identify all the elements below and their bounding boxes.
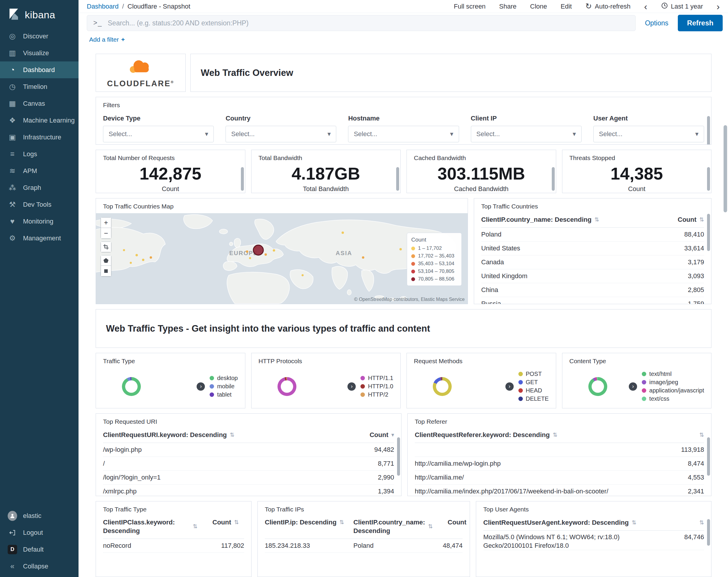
map-bubble-poland[interactable] — [253, 245, 263, 255]
search-input[interactable] — [87, 15, 635, 31]
column-header-country[interactable]: ClientIP.country_name: Descending⇅ — [354, 518, 433, 535]
time-forward-button[interactable]: › — [717, 2, 720, 11]
client-ip-select[interactable]: Select...▾ — [471, 126, 581, 142]
legend-item[interactable]: mobile — [210, 383, 238, 390]
full-screen-button[interactable]: Full screen — [454, 3, 486, 10]
column-header-count[interactable]: ⇅ — [663, 519, 704, 527]
scrollbar-thumb[interactable] — [397, 437, 400, 476]
zoom-out-button[interactable]: − — [101, 228, 111, 239]
country-select[interactable]: Select...▾ — [226, 126, 336, 142]
legend-item[interactable]: HEAD — [518, 387, 549, 394]
sidebar-item-elastic-user[interactable]: elastic — [0, 507, 79, 524]
column-header-referer[interactable]: ClientRequestReferer.keyword: Descending… — [415, 431, 654, 440]
sidebar-item-apm[interactable]: ≋APM — [0, 162, 79, 179]
sidebar-item-logout[interactable]: Logout — [0, 524, 79, 541]
scrollbar-thumb[interactable] — [552, 167, 555, 191]
table-cell: /wp-login.php — [103, 446, 344, 454]
legend-item[interactable]: HTTP/1.0 — [361, 383, 393, 390]
content-type-donut-chart[interactable] — [588, 377, 607, 396]
sidebar-item-label: Logout — [23, 529, 43, 536]
breadcrumb-dashboard-link[interactable]: Dashboard — [87, 3, 119, 10]
scrollbar-thumb[interactable] — [707, 519, 710, 546]
column-header-client-ip[interactable]: ClientIP.ip: Descending⇅ — [265, 518, 354, 527]
legend-item[interactable]: DELETE — [518, 395, 549, 402]
kibana-logo[interactable]: kibana — [0, 0, 79, 28]
map-canvas[interactable]: EUROPE ASIA — [96, 213, 468, 304]
hostname-select[interactable]: Select...▾ — [348, 126, 459, 142]
legend-item[interactable]: HTTP/2 — [361, 391, 393, 398]
chevron-down-icon: ▾ — [695, 130, 699, 138]
sidebar-item-dashboard[interactable]: ◔Dashboard — [0, 61, 79, 78]
legend-item[interactable]: POST — [518, 371, 549, 377]
column-header-count[interactable]: Count⇅ — [433, 518, 470, 527]
add-filter-link[interactable]: Add a filter+ — [89, 36, 125, 43]
edit-button[interactable]: Edit — [561, 3, 572, 10]
legend-expand-button[interactable]: › — [629, 382, 637, 391]
scrollbar-thumb[interactable] — [707, 116, 710, 145]
legend-item[interactable]: application/javascript — [642, 387, 704, 394]
legend-expand-button[interactable]: › — [505, 382, 514, 391]
crop-tool-button[interactable] — [101, 242, 111, 252]
sidebar-item-discover[interactable]: ◎Discover — [0, 28, 79, 45]
table-row: United Kingdom3,093 — [481, 269, 704, 283]
sidebar-item-space-default[interactable]: D Default — [0, 541, 79, 558]
time-back-button[interactable]: ‹ — [644, 2, 647, 11]
column-header-country[interactable]: ClientIP.country_name: Descending⇅ — [481, 216, 654, 224]
legend-item[interactable]: image/jpeg — [642, 379, 704, 386]
sidebar-item-collapse[interactable]: « Collapse — [0, 558, 79, 575]
legend-item[interactable]: text/css — [642, 395, 704, 402]
http-protocols-donut-chart[interactable] — [278, 377, 296, 396]
column-header-count[interactable]: Count⇅ — [654, 216, 704, 224]
time-picker-button[interactable]: Last 1 year — [661, 2, 703, 11]
polygon-tool-button[interactable] — [101, 255, 111, 266]
scrollbar-thumb[interactable] — [396, 167, 399, 191]
scrollbar-thumb[interactable] — [707, 214, 710, 251]
sidebar-item-canvas[interactable]: ▦Canvas — [0, 95, 79, 112]
sidebar-item-machine-learning[interactable]: ❖Machine Learning — [0, 112, 79, 129]
legend-item[interactable]: HTTP/1.1 — [361, 375, 393, 381]
scrollbar-thumb[interactable] — [241, 167, 244, 191]
page-scrollbar[interactable] — [724, 125, 727, 212]
auto-refresh-button[interactable]: ↻Auto-refresh — [586, 2, 630, 11]
filter-field-client-ip: Client IP Select...▾ — [471, 115, 581, 142]
column-header-user-agent[interactable]: ClientRequestUserAgent.keyword: Descendi… — [483, 519, 663, 527]
sidebar-item-infrastructure[interactable]: ▣Infrastructure — [0, 129, 79, 146]
sidebar-item-monitoring[interactable]: ♥Monitoring — [0, 213, 79, 230]
zoom-in-button[interactable]: + — [101, 217, 111, 228]
request-methods-donut-chart[interactable] — [433, 377, 452, 396]
traffic-type-donut-chart[interactable] — [122, 377, 141, 396]
clone-button[interactable]: Clone — [530, 3, 547, 10]
rectangle-tool-button[interactable] — [101, 266, 111, 276]
sidebar-item-graph[interactable]: ⁂Graph — [0, 179, 79, 196]
legend-item[interactable]: text/html — [642, 371, 704, 377]
user-agent-select[interactable]: Select...▾ — [593, 126, 704, 142]
chart-legend: desktop mobile tablet — [210, 373, 238, 400]
scrollbar-thumb[interactable] — [707, 437, 710, 476]
share-button[interactable]: Share — [499, 3, 517, 10]
table-cell: /xmlrpc.php — [103, 487, 344, 495]
legend-item[interactable]: GET — [518, 379, 549, 386]
map-attribution[interactable]: © OpenStreetMap contributors, Elastic Ma… — [354, 297, 465, 302]
scrollbar-thumb[interactable] — [707, 167, 710, 191]
device-type-select[interactable]: Select...▾ — [103, 126, 214, 142]
top-nav-bar: Dashboard / Cloudflare - Snapshot Full s… — [79, 0, 728, 13]
sidebar-item-management[interactable]: ⚙Management — [0, 230, 79, 247]
filter-label: Device Type — [103, 115, 214, 122]
column-header-count[interactable]: ⇅ — [654, 431, 704, 439]
options-link[interactable]: Options — [645, 19, 668, 27]
sidebar-item-timelion[interactable]: ◷Timelion — [0, 78, 79, 95]
table-cell: /login/?login_only=1 — [103, 474, 344, 481]
column-header-uri[interactable]: ClientRequestURI.keyword: Descending⇅ — [103, 431, 344, 440]
panel-top-traffic-type: Top Traffic Type ClientIPClass.keyword: … — [96, 501, 252, 577]
legend-item[interactable]: desktop — [210, 375, 238, 381]
legend-expand-button[interactable]: › — [197, 382, 205, 391]
column-header-count[interactable]: Count⇅ — [198, 518, 239, 527]
refresh-button[interactable]: Refresh — [678, 15, 723, 31]
sidebar-item-visualize[interactable]: ▥Visualize — [0, 45, 79, 61]
column-header-count[interactable]: Count▾ — [344, 431, 394, 440]
legend-item[interactable]: tablet — [210, 391, 238, 398]
column-header-ip-class[interactable]: ClientIPClass.keyword: Descending⇅ — [103, 518, 198, 535]
sidebar-item-dev-tools[interactable]: ⚒Dev Tools — [0, 196, 79, 213]
sidebar-item-logs[interactable]: ≡Logs — [0, 146, 79, 162]
legend-expand-button[interactable]: › — [347, 382, 356, 391]
